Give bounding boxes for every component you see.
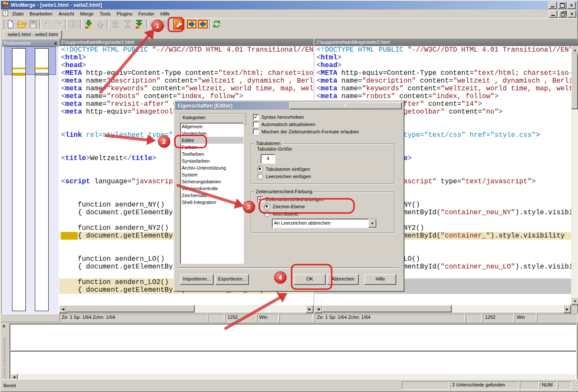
scroll-left-icon[interactable]: ◀ (314, 305, 322, 313)
scroll-down-icon[interactable]: ▼ (571, 297, 578, 305)
location-pane-close-icon[interactable]: x (54, 40, 57, 46)
file-tab[interactable]: seite1.html - seite2.html (3, 30, 62, 40)
category-item[interactable]: Editor (180, 137, 243, 144)
checkbox-show-linediff[interactable]: ✓ Zeilenunterschied anzeigen (257, 196, 324, 202)
new-button[interactable] (5, 19, 16, 29)
radio-insert-spaces[interactable]: Leerzeichen einfügen (257, 173, 311, 179)
location-bar-left[interactable] (12, 48, 26, 311)
menu-item-merge[interactable]: Merge (77, 10, 96, 17)
menu-item-fenster[interactable]: Fenster (135, 10, 157, 17)
menu-item-datei[interactable]: Datei (9, 10, 27, 17)
dialog-close-button[interactable]: × (289, 102, 402, 109)
eol-style: Win (257, 314, 279, 322)
checkbox-icon: ✓ (253, 114, 259, 120)
category-item[interactable]: Syntaxfarben (180, 157, 243, 164)
checkbox-mix-eol[interactable]: Mischen der Zeilenumbruch-Formate erlaub… (253, 129, 359, 135)
redo-button[interactable]: ↷ (53, 19, 64, 29)
radio-char-level[interactable]: Zeichen-Ebene (264, 204, 305, 210)
left-horizontal-scrollbar[interactable]: ◀ ▶ (59, 305, 314, 312)
tab-size-input[interactable]: 4 (261, 154, 275, 164)
menu-item-plugins[interactable]: Plugins (114, 10, 135, 17)
category-list[interactable]: AllgemeinVergleichenEditorFarbenTextfarb… (180, 123, 244, 264)
checkbox-auto-update[interactable]: Automatisch aktualisieren (253, 121, 315, 127)
cancel-button[interactable]: Abbrechen (327, 274, 359, 285)
export-button[interactable]: Exportieren... (215, 274, 249, 285)
mdi-close-button[interactable]: × (568, 10, 576, 18)
category-item[interactable]: Shell-Integration (180, 199, 243, 206)
dropdown-value: An Leerzeichen abbrechen (272, 219, 368, 228)
help-button[interactable]: Hilfe (364, 274, 396, 285)
toolbar-grip[interactable] (2, 20, 4, 28)
checkbox-label: Mischen der Zeilenumbruch-Formate erlaub… (261, 129, 359, 134)
prev-diff-button[interactable] (95, 19, 106, 29)
scroll-right-icon[interactable]: ▶ (306, 305, 314, 313)
difference-pane-title: Unterschiedsleiste (2, 337, 7, 380)
difference-pane-close-icon[interactable]: x (3, 323, 5, 328)
scroll-left-icon[interactable]: ◀ (59, 305, 67, 313)
close-button[interactable]: × (567, 2, 576, 9)
status-blank (280, 314, 313, 322)
scrollbar-thumb[interactable] (66, 305, 195, 312)
status-blank (558, 381, 572, 389)
undo-button[interactable]: ↶ (42, 19, 53, 29)
refresh-button[interactable] (211, 19, 222, 29)
location-bar-right[interactable] (35, 48, 49, 311)
menu-item-hilfe[interactable]: Hilfe (157, 10, 173, 17)
menu-item-bearbeiten[interactable]: Bearbeiten (27, 10, 56, 17)
scroll-up-icon[interactable]: ▲ (571, 46, 578, 54)
scroll-right-icon[interactable]: ▶ (563, 305, 571, 313)
save-button[interactable] (28, 19, 38, 29)
last-diff-button[interactable] (134, 19, 144, 29)
scrollbar-thumb[interactable] (571, 53, 578, 109)
right-horizontal-scrollbar[interactable]: ◀ ▶ (314, 305, 571, 312)
difference-view-bottom[interactable]: ◀ (9, 351, 576, 381)
menu-bar-row: ! DateiBearbeitenAnsichtMergeToolsPlugin… (1, 9, 577, 19)
copy-right-button[interactable] (149, 19, 159, 29)
scrollbar-thumb[interactable] (322, 305, 452, 312)
current-diff-button[interactable] (122, 19, 133, 29)
category-item[interactable]: System (180, 171, 243, 178)
copy-all-left-button[interactable] (198, 19, 208, 29)
first-diff-button[interactable] (110, 19, 121, 29)
menu-item-ansicht[interactable]: Ansicht (56, 10, 77, 17)
copy-left-button[interactable] (160, 19, 171, 29)
mdi-minimize-button[interactable] (549, 10, 557, 18)
category-item[interactable]: Vergleichen (180, 130, 243, 137)
status-blank (208, 314, 224, 322)
open-button[interactable] (17, 19, 27, 29)
copy-all-right-button[interactable] (186, 19, 197, 29)
dialog-title: Eigenschaften (Editor) (177, 103, 289, 109)
import-button[interactable]: Importieren... (180, 274, 214, 285)
radio-label: Zeichen-Ebene (273, 204, 305, 209)
chevron-down-icon[interactable]: ▼ (368, 219, 376, 228)
winmerge-app-icon (2, 1, 9, 9)
word-break-dropdown[interactable]: An Leerzeichen abbrechen ▼ (272, 219, 377, 228)
category-item[interactable]: Zeichensatz (180, 192, 243, 199)
mdi-restore-button[interactable] (558, 10, 567, 18)
next-diff-button[interactable] (84, 19, 94, 29)
category-item[interactable]: Archiv-Unterstützung (180, 164, 243, 171)
code-line: <META http-equiv=Content-Type content="t… (59, 69, 314, 77)
category-item[interactable]: Sicherungsdateien (180, 178, 243, 185)
ok-button[interactable]: OK (294, 274, 326, 285)
maximize-button[interactable] (558, 2, 566, 9)
checkbox-syntax-highlight[interactable]: ✓ Syntax hervorheben (253, 114, 304, 120)
resize-grip[interactable] (573, 382, 578, 389)
category-item[interactable]: Versionskontrolle (180, 185, 243, 192)
split-view-button[interactable] (68, 19, 78, 29)
category-item[interactable]: Textfarben (180, 151, 243, 157)
location-pane-body[interactable] (1, 46, 59, 314)
menu-item-tools[interactable]: Tools (96, 10, 114, 17)
options-button[interactable] (173, 19, 184, 30)
radio-word-level[interactable]: Wort-Ebene: (264, 211, 299, 217)
status-differences: 2 Unterschiede gefunden (450, 381, 519, 389)
codepage: 1252 (225, 314, 256, 322)
minimize-button[interactable] (548, 2, 557, 9)
difference-view-top[interactable] (9, 324, 576, 350)
category-item[interactable]: Farben (180, 144, 243, 151)
difference-pane-strip: x Unterschiedsleiste (1, 323, 9, 380)
right-vertical-scrollbar[interactable]: ▲ ▼ (571, 46, 578, 305)
dialog-title-bar: Eigenschaften (Editor) × (175, 102, 403, 110)
category-item[interactable]: Allgemein (180, 123, 243, 130)
radio-insert-tabs[interactable]: Tabulatoren einfügen (257, 166, 310, 172)
